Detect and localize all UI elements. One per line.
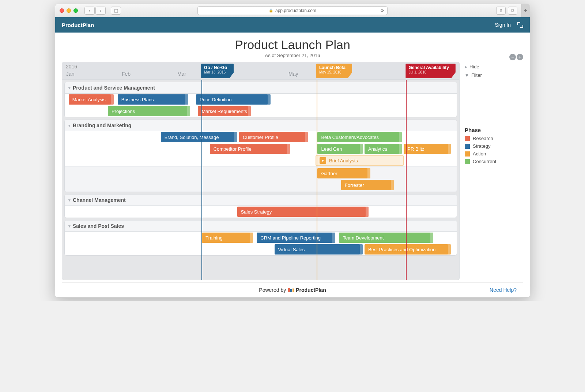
help-link[interactable]: Need Help? bbox=[490, 287, 517, 293]
app-header: ProductPlan Sign In bbox=[55, 17, 530, 33]
roadmap-bar[interactable]: Customer Profile bbox=[239, 132, 308, 142]
lane: ▾Product and Service ManagementMarket An… bbox=[64, 82, 457, 117]
tabs-button[interactable]: ⧉ bbox=[508, 7, 517, 15]
share-icon: ⇪ bbox=[499, 8, 503, 13]
legend-title: Phase bbox=[465, 127, 523, 133]
legend-item[interactable]: Concurrent bbox=[465, 158, 523, 165]
roadmap-bar[interactable]: Business Plans bbox=[118, 94, 188, 105]
app-brand[interactable]: ProductPlan bbox=[62, 22, 94, 28]
roadmap-bar[interactable]: Market Requirements bbox=[198, 106, 251, 116]
milestone[interactable]: General AvailabilityJul 1, 2016 bbox=[405, 64, 456, 78]
powered-by-label: Powered by bbox=[259, 287, 286, 293]
lane-title: Product and Service Management bbox=[73, 85, 155, 91]
zoom-in-button[interactable]: + bbox=[517, 54, 523, 60]
zoom-window-icon[interactable] bbox=[73, 8, 78, 13]
roadmap-bar[interactable]: CRM and Pipeline Reporting bbox=[257, 233, 335, 243]
filter-toggle[interactable]: ▼ Filter bbox=[465, 71, 523, 79]
lane-title: Branding and Marketing bbox=[73, 122, 131, 128]
browser-window: ‹ › ◫ 🔒 app.productplan.com ⟳ ⇪ ⧉ + Prod… bbox=[55, 4, 530, 298]
side-panel: ▶ Hide ▼ Filter Phase ResearchStrategyAc… bbox=[465, 62, 523, 165]
filter-icon: ▼ bbox=[465, 73, 469, 78]
month-label: Feb bbox=[122, 71, 131, 77]
minimize-window-icon[interactable] bbox=[67, 8, 71, 13]
timeline-header: 2016 JanFebMarMayGo / No-GoMar 13, 2016L… bbox=[62, 62, 459, 80]
roadmap-container-bar[interactable]: ▾Brief Analysts bbox=[316, 155, 404, 166]
milestone-title: General Availability bbox=[408, 65, 449, 70]
milestone[interactable]: Launch BetaMay 15, 2016 bbox=[316, 64, 352, 78]
milestone-date: May 15, 2016 bbox=[319, 70, 346, 75]
footer-brand: ProductPlan bbox=[296, 287, 326, 293]
roadmap-bar[interactable]: Forrester bbox=[341, 180, 394, 190]
roadmap-bar[interactable]: Best Practices and Optimization bbox=[365, 244, 451, 255]
legend-label: Action bbox=[473, 151, 486, 157]
roadmap-bar[interactable]: Training bbox=[202, 233, 253, 243]
roadmap-bar[interactable]: Beta Customers/Advocates bbox=[317, 132, 401, 142]
milestone-title: Go / No-Go bbox=[204, 65, 227, 70]
lane-header[interactable]: ▾Product and Service Management bbox=[65, 82, 457, 94]
fullscreen-icon[interactable] bbox=[517, 22, 523, 28]
title-row: Product Launch Plan As of September 21, … bbox=[62, 36, 523, 59]
address-bar[interactable]: 🔒 app.productplan.com ⟳ bbox=[197, 6, 388, 15]
container-label: Brief Analysts bbox=[329, 158, 358, 163]
caret-right-icon: ▶ bbox=[465, 65, 467, 69]
hide-label: Hide bbox=[469, 64, 479, 69]
hide-toggle[interactable]: ▶ Hide bbox=[465, 63, 523, 71]
lane-header[interactable]: ▾Channel Management bbox=[65, 195, 457, 206]
lane-header[interactable]: ▾Branding and Marketing bbox=[65, 120, 457, 131]
milestone-date: Mar 13, 2016 bbox=[204, 70, 227, 75]
milestone[interactable]: Go / No-GoMar 13, 2016 bbox=[201, 64, 234, 78]
roadmap-bar[interactable]: Team Development bbox=[339, 233, 433, 243]
legend-swatch bbox=[465, 144, 470, 149]
legend-item[interactable]: Action bbox=[465, 150, 523, 158]
sign-in-link[interactable]: Sign In bbox=[495, 22, 511, 28]
browser-toolbar: ‹ › ◫ 🔒 app.productplan.com ⟳ ⇪ ⧉ + bbox=[55, 4, 530, 17]
legend-label: Strategy bbox=[473, 143, 490, 149]
back-button[interactable]: ‹ bbox=[84, 7, 95, 15]
legend-item[interactable]: Research bbox=[465, 135, 523, 142]
roadmap-bar[interactable]: Competitor Profile bbox=[210, 144, 290, 154]
productplan-logo[interactable]: ProductPlan bbox=[288, 287, 326, 293]
roadmap-bar[interactable]: Projections bbox=[108, 106, 190, 116]
month-label: Jan bbox=[66, 71, 75, 77]
page: Product Launch Plan As of September 21, … bbox=[55, 33, 530, 297]
roadmap-bar[interactable]: PR Blitz bbox=[404, 144, 451, 154]
close-window-icon[interactable] bbox=[60, 8, 64, 13]
chevron-down-icon: ▾ bbox=[68, 86, 71, 90]
roadmap: 2016 JanFebMarMayGo / No-GoMar 13, 2016L… bbox=[62, 62, 460, 280]
forward-button[interactable]: › bbox=[95, 7, 106, 15]
roadmap-bar[interactable]: Lead Gen bbox=[317, 144, 362, 154]
window-controls bbox=[60, 8, 78, 13]
roadmap-bar[interactable]: Gartner bbox=[317, 168, 370, 178]
roadmap-bar[interactable]: Price Definition bbox=[196, 94, 271, 105]
url-host: app.productplan.com bbox=[275, 8, 316, 13]
roadmap-bar[interactable]: Market Analysis bbox=[69, 94, 114, 105]
filter-label: Filter bbox=[471, 72, 482, 78]
legend-swatch bbox=[465, 159, 470, 164]
lane-title: Channel Management bbox=[73, 197, 126, 203]
page-subtitle: As of September 21, 2016 bbox=[62, 53, 523, 58]
legend-item[interactable]: Strategy bbox=[465, 142, 523, 150]
legend-swatch bbox=[465, 136, 470, 141]
share-button[interactable]: ⇪ bbox=[496, 7, 506, 15]
legend-label: Research bbox=[473, 136, 493, 141]
zoom-out-button[interactable]: − bbox=[509, 54, 516, 60]
roadmap-bar[interactable]: Sales Strategy bbox=[237, 207, 369, 217]
timeline-year: 2016 bbox=[66, 64, 77, 69]
lane-header[interactable]: ▾Sales and Post Sales bbox=[65, 220, 457, 232]
footer: Powered by ProductPlan Need Help? bbox=[62, 282, 523, 297]
new-tab-button[interactable]: + bbox=[521, 4, 530, 17]
roadmap-bar[interactable]: Brand, Solution, Message bbox=[161, 132, 237, 142]
tabs-icon: ⧉ bbox=[511, 8, 514, 13]
sidebar-toggle-button[interactable]: ◫ bbox=[111, 7, 121, 15]
sidebar-icon: ◫ bbox=[114, 8, 118, 13]
roadmap-bar[interactable]: Analytics bbox=[365, 144, 402, 154]
roadmap-bar[interactable]: Virtual Sales bbox=[275, 244, 363, 255]
chevron-down-icon: ▾ bbox=[68, 198, 71, 203]
productplan-mark-icon bbox=[288, 288, 294, 292]
legend-swatch bbox=[465, 151, 470, 157]
milestone-title: Launch Beta bbox=[319, 65, 346, 70]
lock-icon: 🔒 bbox=[269, 8, 273, 12]
reload-icon[interactable]: ⟳ bbox=[381, 8, 384, 13]
page-title: Product Launch Plan bbox=[62, 38, 523, 52]
lane: ▾Sales and Post SalesTrainingCRM and Pip… bbox=[64, 220, 457, 256]
